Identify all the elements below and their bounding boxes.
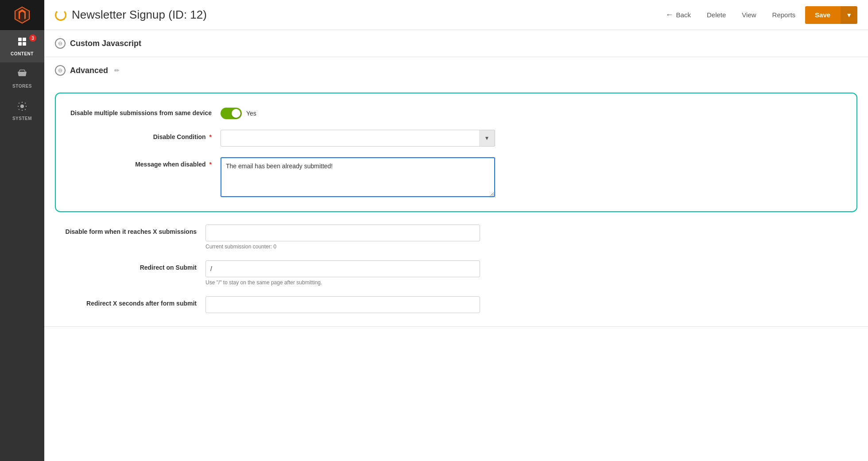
custom-javascript-title: Custom Javascript — [70, 39, 141, 48]
disable-submissions-toggle[interactable] — [221, 108, 242, 119]
svg-rect-3 — [23, 42, 26, 46]
sidebar-item-system-label: SYSTEM — [12, 116, 32, 121]
sidebar: CONTENT 3 STORES SYSTEM — [0, 0, 44, 461]
disable-submissions-row: Disable multiple submissions from same d… — [70, 106, 842, 119]
page-title: Newsletter Signup (ID: 12) — [72, 8, 207, 22]
redirect-submit-row: Redirect on Submit Use "/" to stay on th… — [55, 260, 857, 286]
redirect-seconds-field — [205, 296, 857, 313]
disable-submissions-label: Disable multiple submissions from same d… — [70, 106, 221, 116]
advanced-section: ⊖ Advanced ✏ Disable multiple submission… — [44, 57, 868, 327]
save-dropdown-arrow-icon: ▼ — [846, 12, 852, 19]
delete-label: Delete — [707, 11, 726, 19]
svg-rect-1 — [23, 38, 26, 41]
disable-condition-select-wrapper: ▼ — [221, 130, 495, 147]
sidebar-item-stores[interactable]: STORES — [0, 62, 44, 95]
view-button[interactable]: View — [736, 8, 762, 22]
message-disabled-required: * — [209, 161, 212, 168]
disable-form-submissions-field: Current submission counter: 0 — [205, 225, 857, 250]
svg-rect-2 — [18, 42, 22, 46]
notification-badge: 3 — [29, 35, 36, 42]
sidebar-item-content[interactable]: CONTENT 3 — [0, 30, 44, 62]
back-arrow-icon: ← — [666, 10, 674, 19]
magento-logo-icon — [12, 5, 32, 25]
disable-form-submissions-input[interactable] — [205, 225, 480, 241]
save-button[interactable]: Save — [805, 6, 840, 24]
save-button-group: Save ▼ — [805, 6, 857, 24]
disable-condition-select[interactable] — [221, 130, 495, 147]
redirect-seconds-input[interactable] — [205, 296, 480, 313]
toggle-wrapper: Yes — [221, 106, 842, 119]
reports-label: Reports — [772, 11, 796, 19]
redirect-submit-hint: Use "/" to stay on the same page after s… — [205, 279, 857, 286]
disable-condition-required: * — [209, 133, 212, 140]
sidebar-item-stores-label: STORES — [12, 84, 32, 89]
toggle-knob — [232, 109, 240, 118]
advanced-edit-icon[interactable]: ✏ — [114, 67, 120, 74]
sidebar-item-content-label: CONTENT — [11, 51, 34, 56]
disable-condition-row: Disable Condition * ▼ — [70, 130, 842, 147]
disable-condition-label: Disable Condition * — [70, 130, 221, 140]
highlight-box: Disable multiple submissions from same d… — [55, 93, 857, 212]
message-disabled-row: Message when disabled * The email has be… — [70, 157, 842, 199]
top-header: Newsletter Signup (ID: 12) ← Back Delete… — [44, 0, 868, 30]
custom-javascript-section: ⊖ Custom Javascript — [44, 30, 868, 57]
svg-rect-0 — [18, 38, 22, 41]
sidebar-item-system[interactable]: SYSTEM — [0, 95, 44, 127]
view-label: View — [742, 11, 756, 19]
disable-form-submissions-hint: Current submission counter: 0 — [205, 244, 857, 250]
advanced-header[interactable]: ⊖ Advanced ✏ — [44, 57, 868, 84]
delete-button[interactable]: Delete — [701, 8, 732, 22]
redirect-submit-field: Use "/" to stay on the same page after s… — [205, 260, 857, 286]
save-dropdown-button[interactable]: ▼ — [840, 6, 857, 24]
sidebar-logo — [0, 0, 44, 30]
disable-form-submissions-label: Disable form when it reaches X submissio… — [55, 225, 205, 235]
custom-javascript-toggle-icon: ⊖ — [55, 38, 66, 49]
reports-button[interactable]: Reports — [766, 8, 802, 22]
message-disabled-label: Message when disabled * — [70, 157, 221, 168]
content-area: ⊖ Custom Javascript ⊖ Advanced ✏ Disable — [44, 30, 868, 461]
message-disabled-field: The email has been already submitted! — [221, 157, 842, 199]
disable-submissions-field: Yes — [221, 106, 842, 119]
custom-javascript-header[interactable]: ⊖ Custom Javascript — [44, 30, 868, 57]
redirect-submit-label: Redirect on Submit — [55, 260, 205, 271]
back-label: Back — [676, 11, 691, 19]
toggle-yes-label: Yes — [246, 110, 256, 117]
redirect-seconds-row: Redirect X seconds after form submit — [55, 296, 857, 313]
loading-spinner-icon — [55, 9, 66, 21]
back-button[interactable]: ← Back — [659, 7, 697, 23]
stores-icon — [17, 69, 27, 82]
page-title-area: Newsletter Signup (ID: 12) — [55, 8, 659, 22]
main-area: Newsletter Signup (ID: 12) ← Back Delete… — [44, 0, 868, 461]
redirect-seconds-label: Redirect X seconds after form submit — [55, 296, 205, 307]
advanced-section-content: Disable multiple submissions from same d… — [44, 84, 868, 326]
disable-form-submissions-row: Disable form when it reaches X submissio… — [55, 225, 857, 250]
advanced-title: Advanced — [70, 66, 108, 75]
content-icon — [17, 36, 27, 50]
redirect-submit-input[interactable] — [205, 260, 480, 277]
system-icon — [17, 101, 27, 114]
message-disabled-textarea[interactable]: The email has been already submitted! — [221, 157, 495, 197]
disable-condition-field: ▼ — [221, 130, 842, 147]
header-actions: ← Back Delete View Reports Save ▼ — [659, 6, 857, 24]
advanced-toggle-icon: ⊖ — [55, 65, 66, 76]
